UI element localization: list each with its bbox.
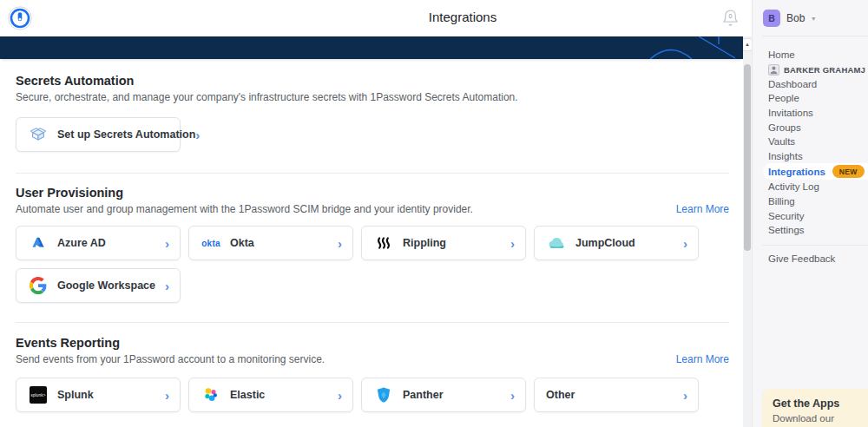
sidebar-item-label: Insights xyxy=(768,151,803,161)
events-card-list: splunk>Splunk›Elastic›Panther›Other› xyxy=(16,378,710,412)
user-provisioning-section: User Provisioning Automate user and grou… xyxy=(16,186,729,303)
chevron-right-icon: › xyxy=(165,237,169,250)
sidebar-item-label: Invitations xyxy=(768,108,813,118)
new-badge: NEW xyxy=(832,165,865,178)
chevron-right-icon: › xyxy=(683,389,687,402)
sidebar-item-vaults[interactable]: Vaults xyxy=(753,135,868,149)
card-label: Okta xyxy=(230,237,338,249)
main-area: Integrations 0 Secrets Automation xyxy=(0,0,743,427)
sidebar-item-settings[interactable]: Settings xyxy=(753,223,868,238)
secrets-box-icon xyxy=(28,125,49,144)
sidebar-item-activity-log[interactable]: Activity Log xyxy=(753,180,868,194)
chevron-right-icon: › xyxy=(510,237,515,250)
sidebar-item-barker-grahamj[interactable]: BARKER GRAHAMJ xyxy=(753,62,868,77)
decorative-banner xyxy=(0,36,743,59)
integrations-page: Integrations 0 Secrets Automation xyxy=(0,0,868,427)
sidebar-nav: HomeBARKER GRAHAMJDashboardPeopleInvitat… xyxy=(753,48,868,238)
content-area: Secrets Automation Secure, orchestrate, … xyxy=(0,74,743,412)
sidebar-item-label: Integrations xyxy=(768,167,825,177)
integration-card-azure-ad[interactable]: Azure AD› xyxy=(16,226,181,260)
onepassword-logo[interactable] xyxy=(8,6,32,30)
sidebar-item-label: Home xyxy=(768,49,795,60)
section-divider xyxy=(16,322,729,323)
sidebar-item-invitations[interactable]: Invitations xyxy=(753,106,868,121)
splunk-icon: splunk> xyxy=(28,386,49,404)
events-reporting-section: Events Reporting Send events from your 1… xyxy=(16,336,729,412)
sidebar-item-people[interactable]: People xyxy=(753,91,868,106)
section-description: Automate user and group management with … xyxy=(16,203,473,215)
sidebar-item-label: Activity Log xyxy=(768,181,819,192)
notifications-bell-icon[interactable]: 0 xyxy=(720,8,740,29)
section-title: User Provisioning xyxy=(16,186,729,200)
vertical-scrollbar[interactable]: ▲ xyxy=(743,0,752,427)
sidebar-item-security[interactable]: Security xyxy=(753,208,868,223)
sidebar-item-home[interactable]: Home xyxy=(753,48,868,62)
sidebar-item-label: Billing xyxy=(768,196,795,207)
card-label: Azure AD xyxy=(57,237,165,249)
sidebar-item-label: Security xyxy=(768,211,805,221)
chevron-right-icon: › xyxy=(165,279,169,292)
sidebar-item-groups[interactable]: Groups xyxy=(753,120,868,135)
sidebar-item-label: Groups xyxy=(768,122,801,133)
page-title: Integrations xyxy=(429,10,496,24)
google-workspace-icon xyxy=(28,277,49,294)
sidebar-item-label: BARKER GRAHAMJ xyxy=(784,65,865,75)
sidebar-divider xyxy=(762,36,868,36)
card-label: Rippling xyxy=(403,237,510,249)
card-label: Google Workspace xyxy=(57,279,165,292)
sidebar-item-label: Settings xyxy=(768,225,805,235)
card-label: Panther xyxy=(403,389,510,401)
integration-card-panther[interactable]: Panther› xyxy=(361,378,526,412)
panther-icon xyxy=(373,386,394,404)
chevron-right-icon: › xyxy=(165,389,169,402)
user-name: Bob xyxy=(786,12,805,24)
get-apps-panel: Get the Apps Download our apps for your … xyxy=(762,389,868,427)
section-divider xyxy=(16,173,729,174)
section-title: Events Reporting xyxy=(16,336,729,350)
section-description: Send events from your 1Password account … xyxy=(16,353,325,365)
card-label: Splunk xyxy=(57,389,165,401)
avatar: B xyxy=(763,10,780,27)
setup-secrets-automation-button[interactable]: Set up Secrets Automation › xyxy=(16,117,181,152)
account-menu[interactable]: B Bob ▾ xyxy=(753,0,868,36)
sidebar-item-integrations[interactable]: IntegrationsNEW xyxy=(763,163,868,180)
sidebar-item-dashboard[interactable]: Dashboard xyxy=(753,77,868,92)
integration-card-elastic[interactable]: Elastic› xyxy=(188,378,353,412)
scrollbar-thumb[interactable] xyxy=(744,64,751,251)
integration-card-rippling[interactable]: Rippling› xyxy=(361,226,526,260)
rippling-icon xyxy=(373,235,394,251)
integration-card-other[interactable]: Other› xyxy=(534,378,699,412)
okta-icon: okta xyxy=(201,239,221,248)
learn-more-link[interactable]: Learn More xyxy=(676,203,729,215)
integration-card-splunk[interactable]: splunk>Splunk› xyxy=(16,378,181,412)
sidebar-item-label: Dashboard xyxy=(768,79,817,89)
apps-panel-title: Get the Apps xyxy=(773,397,858,410)
sidebar-item-label: Vaults xyxy=(768,136,795,147)
notifications-count: 0 xyxy=(729,13,733,20)
scroll-up-button[interactable]: ▲ xyxy=(743,39,752,50)
secrets-automation-section: Secrets Automation Secure, orchestrate, … xyxy=(16,74,729,152)
integration-card-google-workspace[interactable]: Google Workspace› xyxy=(16,268,181,303)
chevron-right-icon: › xyxy=(510,389,515,402)
integration-card-jumpcloud[interactable]: JumpCloud› xyxy=(534,226,699,260)
chevron-right-icon: › xyxy=(338,389,342,402)
azure-ad-icon xyxy=(28,234,49,252)
chevron-right-icon: › xyxy=(338,237,342,250)
sidebar-item-billing[interactable]: Billing xyxy=(753,194,868,209)
top-header: Integrations 0 xyxy=(0,0,743,36)
elastic-icon xyxy=(201,387,221,403)
section-description: Secure, orchestrate, and manage your com… xyxy=(16,91,729,103)
provisioning-card-list: Azure AD›oktaOkta›Rippling›JumpCloud›Goo… xyxy=(16,226,710,303)
card-label: Elastic xyxy=(230,389,338,401)
chevron-right-icon: › xyxy=(195,128,200,141)
chevron-down-icon: ▾ xyxy=(812,15,815,23)
sidebar-item-label: People xyxy=(768,93,799,103)
card-label: JumpCloud xyxy=(575,237,683,249)
learn-more-link[interactable]: Learn More xyxy=(676,353,729,365)
sidebar-item-insights[interactable]: Insights xyxy=(753,149,868,164)
integration-card-okta[interactable]: oktaOkta› xyxy=(188,226,353,260)
button-label: Set up Secrets Automation xyxy=(57,128,195,141)
section-title: Secrets Automation xyxy=(16,74,729,88)
sidebar-item-give-feedback[interactable]: Give Feedback xyxy=(753,246,868,264)
org-avatar-icon xyxy=(768,64,779,76)
